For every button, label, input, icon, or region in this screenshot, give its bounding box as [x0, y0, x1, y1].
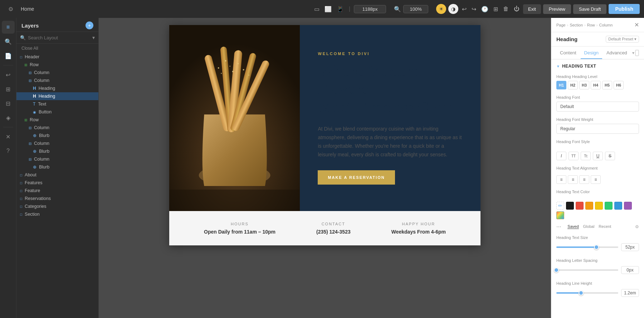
layer-row-2[interactable]: ⊞ Row — [16, 116, 98, 124]
publish-button[interactable]: Publish — [609, 4, 640, 14]
capitalize-button[interactable]: Tt — [581, 152, 591, 160]
tab-design[interactable]: Design — [581, 47, 602, 59]
layer-column-3[interactable]: ⊟ Column — [16, 124, 98, 132]
color-swatch-yellow[interactable] — [595, 202, 603, 210]
color-swatch-rainbow[interactable] — [556, 211, 564, 219]
color-tab-saved[interactable]: Saved — [567, 224, 579, 229]
tab-checkbox[interactable] — [635, 50, 639, 56]
heading-h5-button[interactable]: H5 — [602, 81, 612, 89]
color-swatch-black[interactable] — [566, 202, 574, 210]
align-center-button[interactable]: ≡ — [568, 175, 578, 184]
width-input[interactable] — [354, 5, 386, 13]
mobile-icon[interactable]: 📱 — [335, 4, 345, 14]
pages-icon-button[interactable]: 📄 — [2, 49, 15, 62]
color-tab-recent[interactable]: Recent — [599, 224, 611, 229]
strikethrough-button[interactable]: S — [605, 152, 615, 160]
layer-row-1[interactable]: ⊞ Row — [16, 61, 98, 69]
gear-button[interactable]: ⚙ — [4, 3, 17, 15]
theme-builder-button[interactable]: ◈ — [2, 111, 15, 124]
layer-button[interactable]: ◉ Button — [16, 108, 98, 116]
layer-section[interactable]: □ Section — [16, 210, 98, 218]
layers-add-button[interactable]: + — [86, 21, 93, 29]
color-swatch-red[interactable] — [576, 202, 584, 210]
theme-dark-button[interactable]: ◑ — [448, 4, 458, 14]
layer-feature[interactable]: □ Feature — [16, 187, 98, 195]
size-value-input[interactable] — [621, 243, 639, 251]
layers-icon-button[interactable]: ≡ — [2, 21, 15, 34]
close-all-button[interactable]: Close All — [16, 44, 98, 53]
tools-icon-button[interactable]: ✕ — [2, 130, 15, 143]
panel-close-button[interactable]: ✕ — [634, 21, 639, 28]
settings-button[interactable]: ⊞ — [492, 4, 499, 14]
breadcrumb-column[interactable]: Column — [599, 23, 613, 27]
zoom-input[interactable] — [403, 5, 428, 13]
color-tab-global[interactable]: Global — [583, 224, 595, 229]
tab-more-arrow[interactable]: ▾ — [632, 50, 634, 55]
layer-blurb-1[interactable]: ⊕ Blurb — [16, 132, 98, 140]
size-slider-thumb[interactable] — [594, 245, 599, 250]
undo-button[interactable]: ↩ — [460, 4, 468, 14]
heading-h1-button[interactable]: H1 — [556, 81, 566, 89]
layer-heading-2[interactable]: H Heading — [16, 92, 98, 100]
trash-button[interactable]: 🗑 — [502, 4, 510, 14]
layer-about[interactable]: □ About — [16, 171, 98, 179]
layer-column-5[interactable]: ⊟ Column — [16, 155, 98, 163]
preview-button[interactable]: Preview — [543, 4, 571, 14]
layer-reservations[interactable]: □ Reservations — [16, 195, 98, 202]
theme-light-button[interactable]: ☀ — [436, 4, 446, 14]
layer-text[interactable]: T Text — [16, 100, 98, 108]
line-height-track[interactable] — [556, 292, 618, 294]
layer-column-4[interactable]: ⊟ Column — [16, 140, 98, 147]
hero-cta-button[interactable]: MAKE A RESERVATION — [318, 170, 395, 185]
underline-button[interactable]: U — [593, 152, 603, 160]
align-right-button[interactable]: ≡ — [579, 175, 589, 184]
help-icon-button[interactable]: ? — [2, 145, 15, 157]
align-justify-button[interactable]: ≡ — [591, 175, 601, 184]
power-button[interactable]: ⏻ — [512, 4, 521, 14]
line-height-thumb[interactable] — [579, 290, 584, 295]
layer-categories[interactable]: □ Categories — [16, 202, 98, 210]
search-icon-button[interactable]: 🔍 — [2, 35, 15, 48]
line-height-input[interactable] — [621, 289, 639, 297]
heading-h3-button[interactable]: H3 — [579, 81, 589, 89]
layer-blurb-3[interactable]: ⊕ Blurb — [16, 163, 98, 171]
redo-button[interactable]: ↪ — [470, 4, 478, 14]
save-draft-button[interactable]: Save Draft — [573, 4, 606, 14]
size-slider-track[interactable] — [556, 246, 618, 248]
tab-content[interactable]: Content — [556, 47, 580, 59]
history-button[interactable]: 🕐 — [480, 4, 490, 14]
color-swatch-purple[interactable] — [624, 202, 632, 210]
breadcrumb-section[interactable]: Section — [570, 23, 583, 27]
letter-spacing-track[interactable] — [556, 269, 618, 271]
layer-blurb-2[interactable]: ⊕ Blurb — [16, 147, 98, 155]
layer-column-1[interactable]: ⊟ Column — [16, 69, 98, 77]
layer-column-2[interactable]: ⊟ Column — [16, 77, 98, 84]
layer-heading-1[interactable]: H Heading — [16, 84, 98, 92]
filter-button[interactable]: ▾ — [92, 35, 95, 40]
heading-h6-button[interactable]: H6 — [614, 81, 624, 89]
font-weight-select[interactable]: Regular Bold Light — [556, 124, 639, 134]
exit-button[interactable]: Exit — [523, 4, 541, 14]
breadcrumb-page[interactable]: Page — [556, 23, 566, 27]
heading-text-section-header[interactable]: ▼ Heading Text — [551, 59, 644, 72]
layers-search-input[interactable] — [28, 35, 90, 40]
color-picker-button[interactable]: ✏ — [556, 202, 564, 210]
breadcrumb-row[interactable]: Row — [587, 23, 595, 27]
layer-header[interactable]: □ Header — [16, 53, 98, 61]
heading-h2-button[interactable]: H2 — [568, 81, 578, 89]
modules-icon-button[interactable]: ⊞ — [2, 83, 15, 96]
align-left-button[interactable]: ≡ — [556, 175, 566, 184]
letter-spacing-input[interactable] — [621, 266, 639, 274]
layer-features[interactable]: □ Features — [16, 179, 98, 187]
preset-selector[interactable]: Default Preset ▾ — [606, 36, 639, 43]
font-select[interactable]: Default — [556, 102, 639, 112]
heading-h4-button[interactable]: H4 — [591, 81, 601, 89]
color-swatch-green[interactable] — [605, 202, 613, 210]
uppercase-button[interactable]: TT — [569, 152, 579, 160]
color-swatch-orange[interactable] — [585, 202, 593, 210]
color-swatch-blue[interactable] — [614, 202, 622, 210]
layouts-icon-button[interactable]: ⊟ — [2, 97, 15, 110]
desktop-icon[interactable]: ▭ — [313, 4, 321, 14]
color-settings-button[interactable]: ⚙ — [635, 224, 639, 229]
tab-advanced[interactable]: Advanced — [603, 47, 631, 59]
